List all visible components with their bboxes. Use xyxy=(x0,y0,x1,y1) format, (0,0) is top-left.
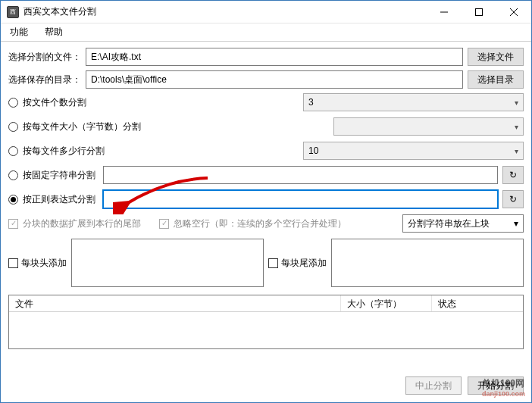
head-append-label: 每块头添加 xyxy=(21,257,67,270)
lines-value: 10 xyxy=(308,145,318,156)
refresh-icon: ↻ xyxy=(509,194,517,205)
radio-by-size-label[interactable]: 按每文件大小（字节数）分割 xyxy=(23,120,326,133)
radio-by-lines-label[interactable]: 按每文件多少行分割 xyxy=(23,145,296,158)
radio-by-fixed-string[interactable] xyxy=(8,170,18,180)
checkbox-head-append[interactable] xyxy=(8,258,18,268)
file-path-input[interactable] xyxy=(86,48,463,66)
radio-by-lines[interactable] xyxy=(8,146,18,156)
regex-input[interactable] xyxy=(103,190,498,208)
checkbox-skip-blank-label: 忽略空行（即：连续的多个空行合并处理） xyxy=(174,217,346,230)
col-size[interactable]: 大小（字节） xyxy=(341,295,432,311)
split-position-value: 分割字符串放在上块 xyxy=(408,217,490,230)
close-button[interactable] xyxy=(496,1,531,23)
minimize-button[interactable] xyxy=(427,1,462,23)
radio-by-size[interactable] xyxy=(8,122,18,132)
dir-label: 选择保存的目录： xyxy=(8,73,81,86)
size-combo: ▾ xyxy=(333,117,524,136)
window-title: 西宾文本文件分割 xyxy=(23,5,427,18)
fixed-string-input[interactable] xyxy=(103,166,498,184)
checkbox-extend-label: 分块的数据扩展到本行的尾部 xyxy=(23,217,141,230)
stop-split-button: 中止分割 xyxy=(405,376,462,395)
file-label: 选择分割的文件： xyxy=(8,51,81,64)
tail-append-textarea[interactable] xyxy=(331,239,524,287)
head-append-textarea[interactable] xyxy=(71,239,264,287)
radio-by-count[interactable] xyxy=(8,98,18,108)
tail-append-label: 每块尾添加 xyxy=(281,257,327,270)
col-file[interactable]: 文件 xyxy=(9,295,341,311)
col-status[interactable]: 状态 xyxy=(432,295,523,311)
chevron-down-icon: ▾ xyxy=(515,147,518,155)
split-position-combo[interactable]: 分割字符串放在上块 ▾ xyxy=(402,214,524,233)
regex-refresh-button[interactable]: ↻ xyxy=(502,190,524,208)
result-table: 文件 大小（字节） 状态 xyxy=(8,295,524,349)
chevron-down-icon: ▾ xyxy=(514,218,518,229)
refresh-icon: ↻ xyxy=(509,170,517,180)
choose-file-button[interactable]: 选择文件 xyxy=(468,48,524,66)
maximize-button[interactable] xyxy=(462,1,496,23)
fixed-refresh-button[interactable]: ↻ xyxy=(502,166,524,184)
choose-dir-button[interactable]: 选择目录 xyxy=(468,70,524,89)
menu-bar: 功能 帮助 xyxy=(1,23,531,42)
app-icon: 西 xyxy=(7,6,19,18)
menu-help[interactable]: 帮助 xyxy=(42,24,66,40)
svg-rect-1 xyxy=(476,8,483,15)
lines-combo: 10 ▾ xyxy=(303,142,524,160)
count-combo: 3 ▾ xyxy=(303,93,524,111)
radio-by-regex-label[interactable]: 按正则表达式分割 xyxy=(23,193,95,206)
title-bar: 西 西宾文本文件分割 xyxy=(1,1,531,23)
radio-by-fixed-string-label[interactable]: 按固定字符串分割 xyxy=(23,169,95,182)
menu-func[interactable]: 功能 xyxy=(7,24,31,40)
count-value: 3 xyxy=(308,97,314,108)
checkbox-skip-blank xyxy=(159,219,169,229)
dir-path-input[interactable] xyxy=(86,70,463,89)
chevron-down-icon: ▾ xyxy=(515,123,518,131)
checkbox-tail-append[interactable] xyxy=(268,258,278,268)
chevron-down-icon: ▾ xyxy=(515,98,518,107)
radio-by-count-label[interactable]: 按文件个数分割 xyxy=(23,96,296,109)
start-split-button[interactable]: 开始分割 xyxy=(468,376,524,395)
checkbox-extend xyxy=(8,219,18,229)
radio-by-regex[interactable] xyxy=(8,195,18,205)
